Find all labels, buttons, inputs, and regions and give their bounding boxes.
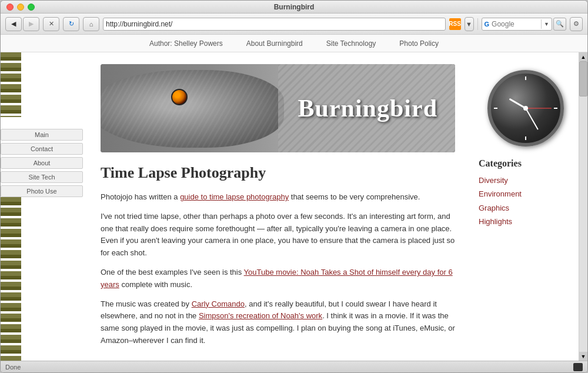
feed-arrow[interactable]: ▼: [465, 17, 474, 31]
status-text: Done: [5, 364, 21, 371]
category-highlights[interactable]: Highlights: [479, 215, 573, 228]
post-title: Time Lapse Photography: [101, 164, 455, 182]
tools-button[interactable]: ⚙: [570, 17, 583, 31]
category-graphics[interactable]: Graphics: [479, 201, 573, 215]
paragraph-2: I've not tried time lapse, other than pe…: [101, 211, 455, 259]
nav-author[interactable]: Author: Shelley Powers: [149, 39, 223, 48]
nav-buttons: ◀ ▶: [5, 17, 39, 31]
status-bar: Done: [1, 361, 587, 372]
title-bar: Burningbird: [1, 1, 587, 14]
minute-hand: [525, 108, 539, 130]
url-text[interactable]: http://burningbird.net/: [106, 20, 172, 28]
url-bar: http://burningbird.net/: [103, 18, 446, 31]
paragraph-4: The music was created by Carly Comando, …: [101, 298, 455, 347]
stop-button[interactable]: ✕: [43, 17, 59, 31]
site-navigation: Author: Shelley Powers About Burningbird…: [1, 35, 587, 52]
clock-widget: [487, 70, 564, 146]
content-area: Main Contact About Site Tech Photo Use: [1, 52, 587, 361]
search-area: G ▼ 🔍: [482, 18, 566, 31]
scrollbar[interactable]: ▲ ▼: [579, 52, 587, 361]
list-item: Highlights: [479, 215, 573, 228]
site-banner: Burningbird: [101, 64, 455, 152]
categories-list: Diversity Environment Graphics Highlight…: [479, 174, 573, 229]
maximize-button[interactable]: [28, 4, 35, 11]
post-body: Photojojo has written a guide to time la…: [101, 191, 455, 347]
home-button[interactable]: ⌂: [83, 17, 99, 31]
paragraph-3: One of the best examples I've seen is th…: [101, 267, 455, 291]
search-input[interactable]: [492, 20, 539, 28]
second-hand: [526, 108, 552, 109]
close-button[interactable]: [6, 4, 14, 11]
search-button[interactable]: 🔍: [553, 18, 566, 31]
category-environment[interactable]: Environment: [479, 187, 573, 201]
sidebar-photo-use[interactable]: Photo Use: [1, 185, 83, 197]
categories-title: Categories: [479, 158, 573, 169]
link-simpsons[interactable]: Simpson's recreation of Noah's work: [199, 311, 322, 320]
sidebar-contact[interactable]: Contact: [1, 143, 83, 155]
list-item: Graphics: [479, 201, 573, 215]
list-item: Environment: [479, 187, 573, 201]
sidebar-links: Main Contact About Site Tech Photo Use: [1, 129, 83, 197]
feed-icon[interactable]: RSS: [449, 18, 461, 30]
search-dropdown[interactable]: ▼: [544, 21, 549, 27]
main-content: Burningbird Time Lapse Photography Photo…: [83, 52, 473, 361]
window-controls: [6, 4, 35, 11]
paragraph-1: Photojojo has written a guide to time la…: [101, 191, 455, 204]
link-carly[interactable]: Carly Comando: [192, 299, 245, 308]
list-item: Diversity: [479, 174, 573, 187]
refresh-button[interactable]: ↻: [63, 17, 79, 31]
sidebar-main[interactable]: Main: [1, 129, 83, 141]
browser-window: Burningbird ◀ ▶ ✕ ↻ ⌂ http://burningbird…: [0, 0, 588, 373]
sidebar-site-tech[interactable]: Site Tech: [1, 171, 83, 183]
window-title: Burningbird: [274, 3, 315, 11]
clock-center: [523, 106, 528, 111]
left-sidebar: Main Contact About Site Tech Photo Use: [1, 52, 83, 361]
site-title: Burningbird: [298, 94, 437, 122]
sidebar-about[interactable]: About: [1, 157, 83, 169]
category-diversity[interactable]: Diversity: [479, 174, 573, 187]
nav-photo[interactable]: Photo Policy: [399, 39, 439, 48]
status-icon: [573, 363, 583, 371]
nav-about[interactable]: About Burningbird: [246, 39, 303, 48]
link-guide[interactable]: guide to time lapse photography: [180, 192, 289, 201]
nav-tech[interactable]: Site Technology: [326, 39, 376, 48]
forward-button[interactable]: ▶: [23, 17, 39, 31]
toolbar: ◀ ▶ ✕ ↻ ⌂ http://burningbird.net/ RSS ▼ …: [1, 14, 587, 35]
minimize-button[interactable]: [17, 4, 24, 11]
right-sidebar: Categories Diversity Environment Graphic…: [473, 52, 579, 361]
link-youtube[interactable]: YouTube movie: Noah Takes a Shot of hims…: [101, 268, 453, 289]
search-engine-icon: G: [485, 21, 490, 28]
back-button[interactable]: ◀: [5, 17, 22, 31]
